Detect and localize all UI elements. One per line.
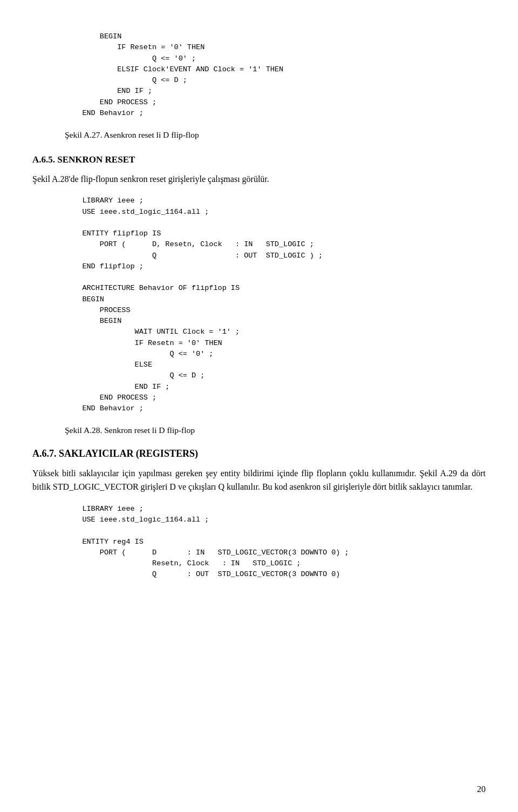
page-number: 20 xyxy=(477,783,486,796)
intro-a28-text: Şekil A.28'de flip-flopun senkron reset … xyxy=(32,172,486,186)
figure-a27-caption: Şekil A.27. Asenkron reset li D flip-flo… xyxy=(65,128,486,141)
section-a65-heading: A.6.5. SENKRON RESET xyxy=(32,153,486,167)
bottom-code-block: LIBRARY ieee ; USE ieee.std_logic_1164.a… xyxy=(65,504,486,580)
body-text-1: Yüksek bitli saklayıcılar için yapılması… xyxy=(32,466,486,494)
top-code-block: BEGIN IF Resetn = '0' THEN Q <= '0' ; EL… xyxy=(65,31,486,119)
section-a67-heading: A.6.7. SAKLAYICILAR (REGISTERS) xyxy=(32,446,486,461)
middle-code-block: LIBRARY ieee ; USE ieee.std_logic_1164.a… xyxy=(65,195,486,414)
figure-a28-caption: Şekil A.28. Senkron reset li D flip-flop xyxy=(65,424,486,436)
